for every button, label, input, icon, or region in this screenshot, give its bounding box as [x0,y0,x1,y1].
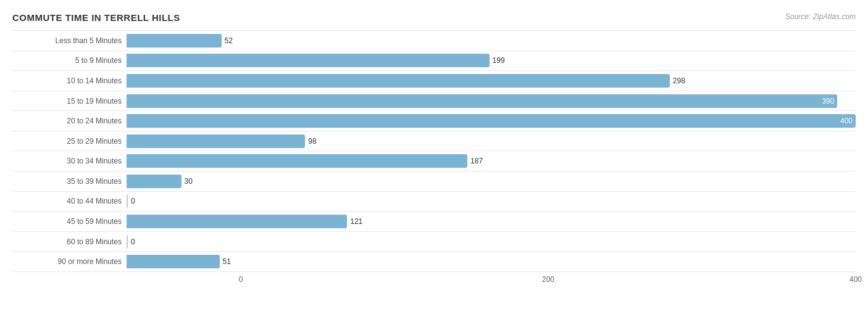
bar-fill: 400 [127,114,856,128]
bar-label: 15 to 19 Minutes [12,97,127,105]
bar-track: 390 [127,91,856,111]
x-tick: 400 [849,275,862,284]
bar-fill [127,54,490,67]
bar-value: 199 [493,56,505,65]
bar-row: Less than 5 Minutes52 [12,30,856,51]
bar-fill [127,154,467,168]
bar-fill [127,175,182,188]
bars-area: Less than 5 Minutes525 to 9 Minutes19910… [12,30,856,272]
bar-value: 30 [185,177,193,186]
bar-track: 121 [127,212,856,231]
bar-row: 10 to 14 Minutes298 [12,71,856,91]
bar-track: 187 [127,151,856,171]
bar-fill [127,194,128,208]
bar-track: 98 [127,131,856,151]
bar-value: 121 [350,217,362,226]
bar-label: 40 to 44 Minutes [12,197,127,205]
bar-value: 52 [225,36,233,45]
bar-label: 30 to 34 Minutes [12,157,127,165]
bar-row: 60 to 89 Minutes0 [12,232,856,252]
bar-label: 90 or more Minutes [12,257,127,266]
x-tick: 200 [542,275,554,284]
bar-value-inside: 400 [840,117,853,125]
bar-value: 0 [131,197,135,205]
bar-label: 10 to 14 Minutes [12,76,127,85]
bar-value: 51 [223,257,231,266]
bar-row: 20 to 24 Minutes400 [12,111,856,131]
bar-fill [127,235,128,249]
x-tick: 0 [239,275,243,284]
bar-track: 199 [127,51,856,71]
bar-label: 5 to 9 Minutes [12,56,127,65]
x-axis: 0200400 [241,275,856,291]
bar-track: 298 [127,71,856,91]
bar-fill [127,74,670,88]
x-axis-area: 0200400 [12,275,856,291]
bar-label: Less than 5 Minutes [12,36,127,45]
bar-label: 20 to 24 Minutes [12,117,127,125]
bar-row: 5 to 9 Minutes199 [12,51,856,72]
chart-title: COMMUTE TIME IN TERRELL HILLS [12,12,856,23]
bar-fill: 390 [127,94,837,108]
bar-value: 0 [131,237,135,246]
bar-label: 25 to 29 Minutes [12,137,127,146]
bar-row: 15 to 19 Minutes390 [12,91,856,112]
bar-track: 52 [127,31,856,51]
bar-fill [127,255,220,268]
chart-container: COMMUTE TIME IN TERRELL HILLS Source: Zi… [0,0,868,322]
bar-track: 400 [127,111,856,131]
bar-row: 30 to 34 Minutes187 [12,151,856,171]
bar-label: 45 to 59 Minutes [12,217,127,226]
source-label: Source: ZipAtlas.com [785,12,856,21]
bar-fill [127,134,305,148]
bar-fill [127,34,222,47]
bar-value: 98 [308,137,316,146]
bar-row: 40 to 44 Minutes0 [12,192,856,212]
bar-row: 35 to 39 Minutes30 [12,171,856,192]
bar-row: 90 or more Minutes51 [12,252,856,272]
bar-track: 0 [127,192,856,212]
bar-row: 25 to 29 Minutes98 [12,131,856,152]
bar-label: 60 to 89 Minutes [12,237,127,246]
bar-track: 51 [127,252,856,271]
bar-value: 187 [470,157,483,165]
bar-track: 0 [127,232,856,252]
bar-label: 35 to 39 Minutes [12,177,127,186]
bar-value-inside: 390 [822,97,834,105]
bar-track: 30 [127,171,856,191]
bar-fill [127,215,347,228]
bar-value: 298 [673,76,685,85]
bar-row: 45 to 59 Minutes121 [12,212,856,232]
